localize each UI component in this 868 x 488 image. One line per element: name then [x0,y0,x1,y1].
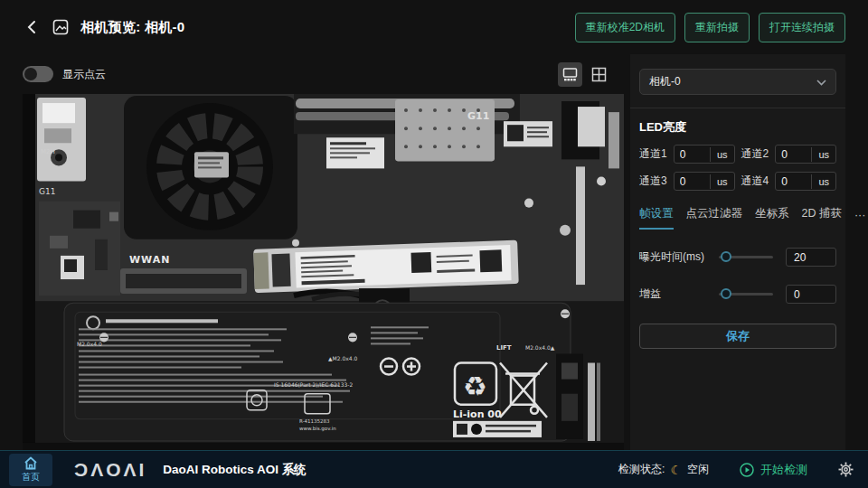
photo-cert-reg: R-41135283 [299,418,330,424]
camera-photo: G11 M2H [23,94,624,450]
channel-1-unit: us [710,147,734,162]
channel-4-box: us [775,172,836,191]
led-channels: 通道1 us 通道2 us 通道3 us 通道4 us [639,145,836,191]
channel-1-input[interactable] [675,148,710,161]
channel-2-label: 通道2 [741,146,769,162]
moon-icon: ☾ [670,464,682,476]
show-pointcloud-toggle[interactable] [23,66,53,82]
exposure-slider-handle[interactable] [721,251,731,262]
settings-tabs: 帧设置 点云过滤器 坐标系 2D 捕获 ··· [639,206,836,230]
start-detection-button[interactable]: 开始检测 [740,462,807,478]
single-view-icon[interactable] [558,62,582,87]
channel-4-label: 通道4 [741,174,769,189]
photo-cert-site: www.bis.gov.in [299,426,336,432]
back-icon[interactable] [23,18,41,36]
photo-label-wwan: WWAN [129,254,170,266]
channel-2-input[interactable] [776,148,811,161]
exposure-slider[interactable] [719,256,773,258]
photo-label-lift: LIFT [496,343,512,352]
panel-divider [630,108,845,108]
detection-status-label: 检测状态: [618,462,665,477]
channel-2-box: us [775,145,836,164]
page-title: 相机预览: 相机-0 [80,19,185,36]
bottom-bar: 首页 ƆΛOΛI DaoAI Robotics AOI 系统 检测状态: ☾ 空… [0,450,868,488]
grid-view-icon[interactable] [587,62,611,87]
exposure-row: 曝光时间(ms) [639,248,836,267]
exposure-label: 曝光时间(ms) [639,249,719,265]
led-brightness-title: LED亮度 [639,119,836,136]
camera-image-canvas[interactable]: G11 M2H [23,94,624,450]
continuous-capture-button[interactable]: 打开连续拍摄 [759,13,845,42]
gain-value-input[interactable] [786,285,836,304]
home-icon [24,456,38,470]
gain-slider-handle[interactable] [721,288,731,299]
detection-status-value: 空闲 [687,462,709,477]
photo-label-li-ion: Li-ion 00 [453,408,502,420]
tab-coordinate-system[interactable]: 坐标系 [755,206,789,230]
photo-label-m2-mid: ▲M2.0x4.0 [328,355,358,361]
save-button[interactable]: 保存 [639,324,836,349]
image-preview-icon [52,18,70,36]
camera-viewer: 显示点云 G11 M2H [23,54,624,450]
channel-2-unit: us [811,147,835,162]
photo-label-m2h: M2H [41,147,55,155]
tab-frame-settings[interactable]: 帧设置 [639,206,674,230]
top-header: 相机预览: 相机-0 重新校准2D相机 重新拍摄 打开连续拍摄 [0,0,868,54]
exposure-value-input[interactable] [786,248,836,267]
channel-3-label: 通道3 [639,174,667,189]
settings-panel: 相机-0 LED亮度 通道1 us 通道2 us 通道3 us 通道4 us 帧… [630,54,845,450]
gain-row: 增益 [639,285,836,304]
camera-select-dropdown[interactable]: 相机-0 [639,69,836,95]
photo-label-g11-board: G11 [467,110,489,122]
channel-3-unit: us [710,174,734,189]
app-title: DaoAI Robotics AOI 系统 [163,462,307,478]
channel-3-input[interactable] [675,175,710,188]
photo-cert-line: IS 16046(Part 2)/IEC 62133-2 [274,381,354,388]
nav-home-label: 首页 [22,471,40,483]
recalibrate-2d-camera-button[interactable]: 重新校准2D相机 [575,13,675,42]
start-detection-label: 开始检测 [760,462,807,478]
photo-label-g11-left: G11 [39,187,55,196]
detection-status: 检测状态: ☾ 空闲 [618,462,709,477]
gain-label: 增益 [639,286,719,302]
gear-icon[interactable] [838,462,854,477]
photo-label-m2-right: M2.0x4.0▲ [525,344,555,351]
channel-1-label: 通道1 [639,146,667,162]
channel-4-input[interactable] [776,175,811,188]
camera-select-value: 相机-0 [649,74,681,89]
viewer-toolbar: 显示点云 [23,54,624,94]
photo-label-m2-left: M2.0x4.0 [77,341,102,347]
channel-3-box: us [674,172,735,191]
tab-pointcloud-filter[interactable]: 点云过滤器 [686,206,743,230]
nav-home[interactable]: 首页 [9,454,52,486]
chevron-down-icon [816,76,826,89]
recycle-icon: ♻ [463,371,487,402]
channel-4-unit: us [811,174,835,189]
tab-more[interactable]: ··· [854,209,866,230]
channel-1-box: us [674,145,735,164]
gain-slider[interactable] [719,293,773,296]
show-pointcloud-label: 显示点云 [62,67,106,82]
recapture-button[interactable]: 重新拍摄 [684,13,750,42]
tab-2d-capture[interactable]: 2D 捕获 [802,206,842,230]
daoai-logo: ƆΛOΛI [74,459,146,481]
play-icon [740,463,754,477]
